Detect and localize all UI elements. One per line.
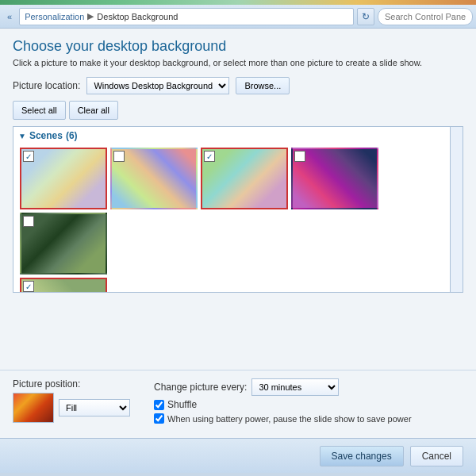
gallery-scrollbar[interactable]	[450, 127, 463, 292]
main-content: Choose your desktop background Click a p…	[0, 29, 476, 370]
change-picture-label: Change picture every:	[154, 382, 247, 393]
scene1-checkbox: ✓	[23, 151, 34, 162]
scenes-image-grid: ✓ ✓	[13, 144, 463, 278]
scene5-checkbox	[23, 216, 34, 227]
shuffle-row: Shuffle	[154, 399, 412, 410]
scenes-collapse-arrow: ▼	[18, 132, 26, 140]
picture-position-section: Picture position: Fill	[13, 378, 130, 423]
position-control: Fill	[13, 393, 130, 423]
scene-image-2[interactable]	[110, 148, 198, 209]
battery-save-checkbox[interactable]	[154, 413, 164, 424]
scenes-label: Scenes	[29, 130, 63, 141]
scene6-checkbox: ✓	[23, 281, 34, 292]
position-preview-image	[13, 393, 54, 423]
picture-location-select[interactable]: Windows Desktop Backgrounds	[86, 77, 229, 94]
cancel-button[interactable]: Cancel	[410, 446, 463, 466]
page-title: Choose your desktop background	[13, 38, 463, 55]
scene-image-3[interactable]: ✓	[201, 148, 288, 209]
scene-image-6[interactable]: ✓	[20, 278, 107, 293]
picture-location-label: Picture location:	[13, 80, 80, 91]
gallery-container: ▼ Scenes (6) ✓ ✓	[13, 126, 463, 293]
scene-image-5[interactable]	[20, 213, 107, 274]
shuffle-checkbox[interactable]	[154, 400, 164, 410]
navigation-bar: « Personalization ▶ Desktop Background ↻	[0, 5, 476, 29]
change-picture-section: Change picture every: 30 minutes Shuffle…	[154, 378, 412, 424]
footer: Save changes Cancel	[0, 438, 476, 473]
breadcrumb-separator: ▶	[87, 11, 94, 21]
refresh-icon: ↻	[362, 11, 370, 22]
scenes-count: (6)	[66, 130, 78, 141]
page-subtitle: Click a picture to make it your desktop …	[13, 58, 463, 67]
action-buttons: Select all Clear all	[13, 101, 463, 120]
scene4-checkbox	[294, 151, 305, 162]
scene-image-1[interactable]: ✓	[20, 148, 107, 209]
select-all-button[interactable]: Select all	[13, 101, 66, 120]
breadcrumb: Personalization ▶ Desktop Background	[19, 8, 354, 25]
scene2-checkbox	[113, 151, 125, 162]
scenes-category-header[interactable]: ▼ Scenes (6)	[13, 127, 463, 144]
browse-button[interactable]: Browse...	[236, 77, 290, 94]
save-changes-button[interactable]: Save changes	[320, 446, 404, 466]
back-icon: «	[7, 12, 12, 21]
battery-save-row: When using battery power, pause the slid…	[154, 413, 412, 424]
battery-save-label: When using battery power, pause the slid…	[167, 414, 412, 424]
interval-select[interactable]: 30 minutes	[251, 378, 339, 396]
change-picture-row: Change picture every: 30 minutes	[154, 378, 412, 396]
shuffle-label: Shuffle	[167, 399, 197, 410]
search-input[interactable]	[378, 8, 473, 25]
breadcrumb-current: Desktop Background	[97, 12, 178, 21]
picture-position-select[interactable]: Fill	[59, 399, 130, 416]
clear-all-button[interactable]: Clear all	[69, 101, 118, 120]
scene3-checkbox: ✓	[204, 151, 215, 162]
back-button[interactable]: «	[3, 10, 16, 24]
picture-location-row: Picture location: Windows Desktop Backgr…	[13, 77, 463, 94]
settings-row: Picture position: Fill Change picture ev…	[13, 378, 463, 424]
breadcrumb-parent[interactable]: Personalization	[25, 12, 84, 21]
bottom-panel: Picture position: Fill Change picture ev…	[0, 370, 476, 438]
picture-position-label: Picture position:	[13, 378, 130, 390]
scene-image-4[interactable]	[291, 148, 378, 209]
refresh-button[interactable]: ↻	[357, 8, 374, 25]
scenes-row2-grid: ✓	[13, 278, 463, 293]
